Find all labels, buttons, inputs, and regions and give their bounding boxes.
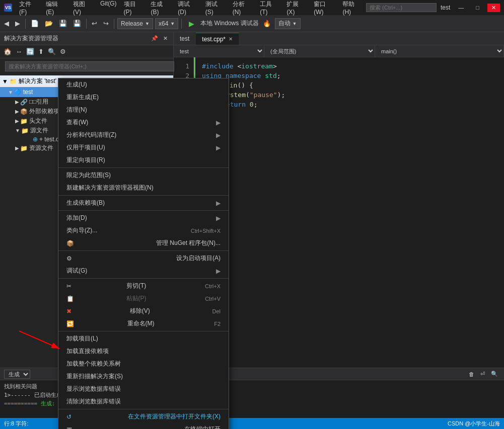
menu-project[interactable]: 项目(P): [121, 0, 147, 17]
se-home-button[interactable]: 🏠: [2, 47, 13, 56]
redo-button[interactable]: ↪: [101, 19, 111, 28]
undo-button[interactable]: ↩: [90, 19, 99, 28]
save-button[interactable]: 💾: [57, 19, 69, 28]
solution-expand-icon: ▼: [2, 78, 8, 85]
se-collapse-button[interactable]: ⬆: [37, 47, 45, 56]
cm-sep7: [58, 409, 229, 409]
menu-analyze[interactable]: 分析(N): [230, 0, 256, 17]
menu-test[interactable]: 测试(S): [202, 0, 229, 17]
app-title: test: [441, 4, 450, 11]
config-dropdown[interactable]: Release ▼: [117, 18, 153, 29]
cm-build[interactable]: 生成(U): [58, 78, 229, 91]
new-project-button[interactable]: 📄: [29, 19, 41, 28]
tab-test[interactable]: test: [174, 33, 196, 45]
back-button[interactable]: ◀: [2, 19, 11, 28]
se-filter-button[interactable]: 🔍: [46, 47, 57, 56]
cm-cut[interactable]: ✂ 剪切(T) Ctrl+X: [58, 280, 229, 292]
cm-project-only-arrow: ▶: [216, 144, 221, 151]
cm-add[interactable]: 添加(D) ▶: [58, 212, 229, 224]
cm-rescan[interactable]: 重新扫描解决方案(S): [58, 370, 229, 383]
se-refresh-button[interactable]: 🔄: [25, 47, 36, 56]
cm-remove-shortcut: Del: [212, 308, 221, 314]
menu-extensions[interactable]: 扩展(X): [283, 0, 310, 17]
status-left: 行:8 字符:: [4, 420, 28, 427]
menu-view[interactable]: 视图(V): [70, 0, 96, 17]
minimize-button[interactable]: —: [454, 4, 468, 12]
cm-build-deps[interactable]: 生成依赖项(B) ▶: [58, 197, 229, 209]
global-search-input[interactable]: [366, 3, 437, 12]
cm-nuget[interactable]: 📦 管理 NuGet 程序包(N)...: [58, 237, 229, 249]
code-line-2: using namespace std;: [202, 71, 498, 80]
cm-set-startup-icon: ⚙: [66, 255, 75, 262]
cm-show-db-errors[interactable]: 显示浏览数据库错误: [58, 383, 229, 395]
menu-file[interactable]: 文件(F): [16, 0, 42, 17]
toolbar-sep4: [181, 19, 182, 29]
cm-load-all-deps-label: 加载整个依赖关系树: [66, 360, 121, 368]
toolbar: ◀ ▶ 📄 📂 💾 💾 ↩ ↪ Release ▼ x64 ▼ ▶ 本地 Win…: [0, 15, 504, 32]
attach-button[interactable]: 🔥: [261, 19, 273, 28]
cm-load-all-deps[interactable]: 加载整个依赖关系树: [58, 358, 229, 370]
menu-build[interactable]: 生成(B): [148, 0, 174, 17]
cm-open-in-terminal[interactable]: ▣ 在终端中打开: [58, 423, 229, 429]
cm-unload[interactable]: 卸载项目(L): [58, 332, 229, 345]
menu-debug[interactable]: 调试(D): [175, 0, 201, 17]
forward-button[interactable]: ▶: [13, 19, 22, 28]
cm-analyze[interactable]: 分析和代码清理(Z) ▶: [58, 129, 229, 141]
open-button[interactable]: 📂: [43, 19, 55, 28]
auto-dropdown[interactable]: 自动 ▼: [275, 18, 301, 29]
cm-open-in-explorer[interactable]: ↺ 在文件资源管理器中打开文件夹(X): [58, 410, 229, 423]
maximize-button[interactable]: □: [472, 4, 483, 12]
se-close-button[interactable]: ✕: [162, 35, 169, 42]
output-wrap-button[interactable]: ⏎: [478, 370, 487, 378]
project-label: test: [23, 89, 33, 96]
se-pin-button[interactable]: 📌: [150, 35, 160, 42]
cm-paste[interactable]: 📋 粘贴(P) Ctrl+V: [58, 292, 229, 305]
cm-new-se-view[interactable]: 新建解决方案资源管理器视图(N): [58, 182, 229, 194]
cm-debug-label: 调试(G): [66, 267, 87, 275]
code-line-7: return 0;: [202, 100, 498, 109]
context-dropdown[interactable]: (全局范围): [264, 45, 375, 57]
menu-tools[interactable]: 工具(T): [257, 0, 282, 17]
cm-set-startup[interactable]: ⚙ 设为启动项目(A): [58, 252, 229, 265]
solution-folder-icon: 📁: [10, 78, 17, 85]
code-line-1: #include <iostream>: [202, 61, 498, 71]
cm-clean[interactable]: 清理(N): [58, 104, 229, 116]
cm-class-wizard[interactable]: 类向导(Z)... Ctrl+Shift+X: [58, 224, 229, 237]
output-clear-button[interactable]: 🗑: [467, 370, 476, 378]
cm-project-only[interactable]: 仅用于项目(U) ▶: [58, 141, 229, 154]
platform-dropdown[interactable]: x64 ▼: [155, 18, 178, 29]
code-content[interactable]: #include <iostream> using namespace std;…: [196, 57, 504, 412]
output-type-dropdown[interactable]: 生成: [4, 370, 30, 379]
external-icon: 📦: [20, 108, 28, 115]
se-sync-button[interactable]: ↔: [14, 47, 24, 56]
cm-clear-db-errors[interactable]: 清除浏览数据库错误: [58, 395, 229, 408]
cm-load-direct[interactable]: 加载直接依赖项: [58, 345, 229, 358]
cm-remove[interactable]: ✖ 移除(V) Del: [58, 305, 229, 317]
se-settings-button[interactable]: ⚙: [58, 47, 67, 56]
cm-view[interactable]: 查看(W) ▶: [58, 116, 229, 129]
auto-arrow-icon: ▼: [293, 21, 297, 26]
cm-cut-icon: ✂: [66, 283, 75, 290]
tab-testcpp-close-icon[interactable]: ✕: [229, 36, 233, 42]
solution-explorer-search[interactable]: [5, 61, 174, 71]
cm-retarget[interactable]: 重定向项目(R): [58, 154, 229, 166]
scope-dropdown[interactable]: test: [174, 45, 264, 57]
member-dropdown[interactable]: main(): [375, 45, 504, 57]
cm-debug[interactable]: 调试(G) ▶: [58, 265, 229, 277]
cm-unload-label: 卸载项目(L): [66, 334, 98, 343]
tab-testcpp[interactable]: test.cpp* ✕: [196, 33, 239, 45]
cm-rebuild[interactable]: 重新生成(E): [58, 91, 229, 104]
close-button[interactable]: ✕: [487, 4, 500, 12]
cm-analyze-label: 分析和代码清理(Z): [66, 131, 116, 139]
save-all-button[interactable]: 💾: [71, 19, 83, 28]
menu-edit[interactable]: 编辑(E): [43, 0, 69, 17]
menu-window[interactable]: 窗口(W): [311, 0, 338, 17]
output-find-button[interactable]: 🔍: [489, 370, 500, 378]
menu-git[interactable]: Git(G): [97, 0, 120, 17]
run-button[interactable]: ▶: [185, 19, 198, 29]
cm-analyze-arrow: ▶: [216, 132, 221, 139]
cm-show-db-errors-label: 显示浏览数据库错误: [66, 385, 121, 393]
menu-help[interactable]: 帮助(H): [339, 0, 366, 17]
cm-rename[interactable]: 🔁 重命名(M) F2: [58, 317, 229, 330]
cm-scope[interactable]: 限定为此范围(S): [58, 169, 229, 182]
